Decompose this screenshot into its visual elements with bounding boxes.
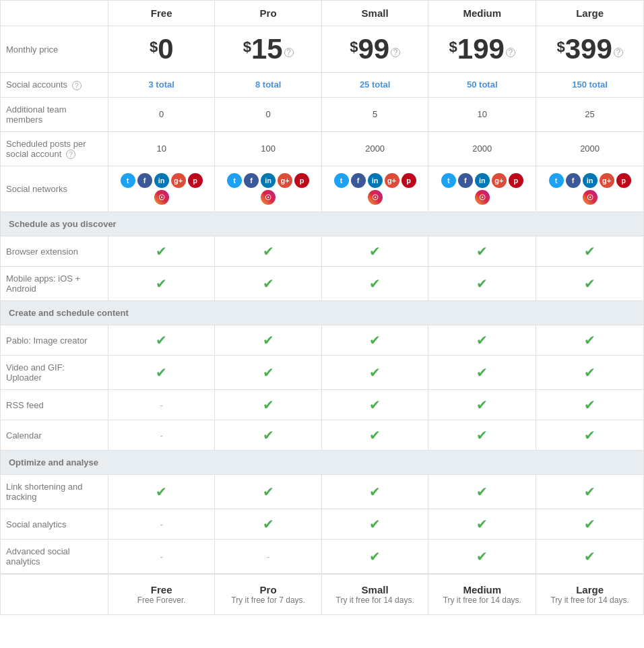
- advanced-analytics-small: ✔: [321, 540, 428, 575]
- col-header-large: Large: [536, 1, 644, 26]
- social-accounts-large: 150 total: [536, 73, 644, 98]
- check-icon: ✔: [476, 484, 488, 499]
- check-icon: ✔: [476, 365, 488, 380]
- price-info-small[interactable]: ?: [391, 48, 400, 57]
- footer-small-sub: Try it free for 14 days.: [327, 595, 423, 605]
- google-icon: g+: [600, 173, 614, 188]
- browser-extension-free: ✔: [108, 236, 215, 267]
- social-networks-pro: t f in g+ p ☉: [215, 166, 322, 212]
- team-members-label: Additional team members: [1, 97, 108, 131]
- calendar-label: Calendar: [1, 420, 108, 451]
- section-create: Create and schedule content: [1, 301, 644, 325]
- social-analytics-label: Social analytics: [1, 509, 108, 540]
- pinterest-icon: p: [401, 173, 416, 188]
- price-info-medium[interactable]: ?: [506, 48, 515, 57]
- instagram-icon: ☉: [475, 190, 490, 205]
- price-symbol-large: $: [556, 38, 565, 56]
- mobile-apps-label: Mobile apps: iOS + Android: [1, 267, 108, 301]
- calendar-free: -: [108, 420, 215, 451]
- check-icon: ✔: [584, 244, 595, 259]
- check-icon: ✔: [369, 333, 381, 348]
- check-icon: ✔: [369, 428, 381, 443]
- check-icon: ✔: [369, 244, 381, 259]
- pricing-table: Free Pro Small Medium Large Monthly pric…: [0, 0, 644, 615]
- check-icon: ✔: [584, 276, 595, 291]
- social-networks-medium: t f in g+ p ☉: [428, 166, 536, 212]
- scheduled-posts-small: 2000: [321, 131, 428, 166]
- social-accounts-label: Social accounts ?: [1, 73, 108, 98]
- check-icon: ✔: [476, 517, 488, 531]
- linkedin-icon: in: [583, 173, 598, 188]
- footer-free-name: Free: [114, 584, 209, 595]
- twitter-icon: t: [441, 173, 456, 188]
- col-header-small: Small: [321, 1, 428, 26]
- check-icon: ✔: [369, 549, 381, 564]
- team-members-pro: 0: [215, 97, 322, 131]
- check-icon: ✔: [584, 428, 595, 443]
- twitter-icon: t: [121, 173, 135, 188]
- check-icon: ✔: [369, 365, 381, 380]
- price-pro: $15?: [215, 26, 322, 73]
- facebook-icon: f: [458, 173, 473, 188]
- scheduled-posts-large: 2000: [536, 131, 644, 166]
- price-amount-large: 399: [565, 33, 612, 65]
- social-networks-large: t f in g+ p ☉: [536, 166, 644, 212]
- linkedin-icon: in: [261, 173, 276, 188]
- check-icon: ✔: [584, 484, 595, 499]
- price-symbol-medium: $: [449, 38, 457, 56]
- linkedin-icon: in: [154, 173, 169, 188]
- price-symbol-small: $: [350, 38, 358, 56]
- social-accounts-pro: 8 total: [215, 73, 322, 98]
- team-members-large: 25: [536, 97, 644, 131]
- rss-feed-medium: ✔: [428, 390, 536, 420]
- pablo-free: ✔: [108, 325, 215, 356]
- footer-large: Large Try it free for 14 days.: [536, 574, 644, 615]
- price-info-pro[interactable]: ?: [284, 48, 294, 57]
- check-icon: ✔: [476, 397, 488, 412]
- price-info-large[interactable]: ?: [614, 48, 623, 57]
- video-gif-pro: ✔: [215, 356, 322, 390]
- link-shortening-pro: ✔: [215, 475, 322, 509]
- check-icon: ✔: [263, 484, 274, 499]
- price-symbol-pro: $: [243, 38, 251, 56]
- footer-free-sub: Free Forever.: [114, 595, 209, 605]
- social-accounts-free: 3 total: [108, 73, 215, 98]
- check-icon: ✔: [584, 397, 595, 412]
- pinterest-icon: p: [616, 173, 631, 188]
- col-header-medium: Medium: [428, 1, 536, 26]
- advanced-analytics-free: -: [108, 540, 215, 575]
- price-medium: $199?: [428, 26, 536, 73]
- social-analytics-large: ✔: [536, 509, 644, 540]
- scheduled-posts-label: Scheduled posts per social account ?: [1, 131, 108, 166]
- check-icon: ✔: [584, 517, 595, 531]
- social-accounts-help-icon[interactable]: ?: [72, 81, 82, 90]
- facebook-icon: f: [137, 173, 152, 188]
- browser-extension-label: Browser extension: [1, 236, 108, 267]
- footer-small-name: Small: [327, 584, 423, 595]
- check-icon: ✔: [476, 549, 488, 564]
- twitter-icon: t: [227, 173, 242, 188]
- section-schedule: Schedule as you discover: [1, 212, 644, 236]
- social-networks-free: t f in g+ p ☉: [108, 166, 215, 212]
- browser-extension-medium: ✔: [428, 236, 536, 267]
- check-icon: ✔: [263, 517, 274, 531]
- video-gif-large: ✔: [536, 356, 644, 390]
- social-networks-label: Social networks: [1, 166, 108, 212]
- pablo-pro: ✔: [215, 325, 322, 356]
- check-icon: ✔: [584, 333, 595, 348]
- twitter-icon: t: [334, 173, 349, 188]
- pablo-large: ✔: [536, 325, 644, 356]
- check-icon: ✔: [156, 333, 167, 348]
- check-icon: ✔: [476, 276, 488, 291]
- video-gif-small: ✔: [321, 356, 428, 390]
- social-analytics-small: ✔: [321, 509, 428, 540]
- check-icon: ✔: [476, 244, 488, 259]
- footer-medium: Medium Try it free for 14 days.: [428, 574, 536, 615]
- link-shortening-free: ✔: [108, 475, 215, 509]
- price-amount-medium: 199: [457, 33, 505, 65]
- price-amount-pro: 15: [251, 33, 283, 65]
- scheduled-posts-help-icon[interactable]: ?: [66, 150, 75, 159]
- check-icon: ✔: [263, 397, 274, 412]
- video-gif-free: ✔: [108, 356, 215, 390]
- check-icon: ✔: [263, 244, 274, 259]
